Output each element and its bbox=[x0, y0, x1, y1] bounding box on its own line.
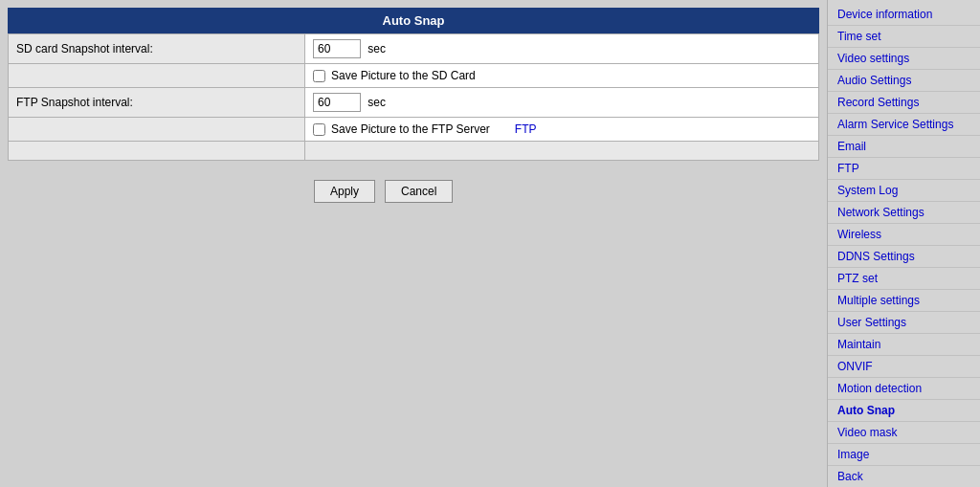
sidebar-item-wireless[interactable]: Wireless bbox=[828, 224, 980, 246]
sd-save-label: Save Picture to the SD Card bbox=[331, 69, 476, 82]
sidebar-item-user-settings[interactable]: User Settings bbox=[828, 312, 980, 334]
empty-row bbox=[9, 142, 819, 161]
sidebar-item-audio-settings[interactable]: Audio Settings bbox=[828, 70, 980, 92]
main-content: Auto Snap SD card Snapshot interval: sec… bbox=[0, 0, 827, 487]
ftp-interval-value-cell: sec bbox=[305, 88, 819, 118]
sidebar-item-time-set[interactable]: Time set bbox=[828, 26, 980, 48]
sd-checkbox-cell: Save Picture to the SD Card bbox=[305, 64, 819, 88]
sd-checkbox-row: Save Picture to the SD Card bbox=[9, 64, 819, 88]
ftp-interval-label: FTP Snapshot interval: bbox=[9, 88, 305, 118]
page-title: Auto Snap bbox=[8, 8, 819, 33]
sidebar-item-ddns-settings[interactable]: DDNS Settings bbox=[828, 246, 980, 268]
empty-cell-2 bbox=[305, 142, 819, 161]
ftp-interval-input[interactable] bbox=[313, 93, 361, 112]
sidebar-item-system-log[interactable]: System Log bbox=[828, 180, 980, 202]
sidebar-item-device-information[interactable]: Device information bbox=[828, 4, 980, 26]
sidebar: Device informationTime setVideo settings… bbox=[827, 0, 980, 487]
sidebar-item-ptz-set[interactable]: PTZ set bbox=[828, 268, 980, 290]
sidebar-item-image[interactable]: Image bbox=[828, 444, 980, 466]
sd-checkbox-empty-label bbox=[9, 64, 305, 88]
ftp-link[interactable]: FTP bbox=[515, 122, 537, 136]
button-row: Apply Cancel bbox=[8, 180, 819, 203]
apply-button[interactable]: Apply bbox=[314, 180, 375, 203]
sd-interval-input[interactable] bbox=[313, 39, 361, 58]
ftp-checkbox-row: Save Picture to the FTP Server FTP bbox=[9, 118, 819, 142]
sd-interval-value-cell: sec bbox=[305, 34, 819, 64]
settings-table: SD card Snapshot interval: sec Save Pict… bbox=[8, 33, 819, 161]
ftp-save-label: Save Picture to the FTP Server bbox=[331, 122, 490, 136]
sidebar-item-alarm-service-settings[interactable]: Alarm Service Settings bbox=[828, 114, 980, 136]
sidebar-item-email[interactable]: Email bbox=[828, 136, 980, 158]
ftp-checkbox-empty-label bbox=[9, 118, 305, 142]
sidebar-item-motion-detection[interactable]: Motion detection bbox=[828, 378, 980, 400]
cancel-button[interactable]: Cancel bbox=[385, 180, 453, 203]
ftp-checkbox-cell: Save Picture to the FTP Server FTP bbox=[305, 118, 819, 142]
sd-sec-label: sec bbox=[368, 42, 386, 55]
sidebar-item-multiple-settings[interactable]: Multiple settings bbox=[828, 290, 980, 312]
sidebar-item-onvif[interactable]: ONVIF bbox=[828, 356, 980, 378]
sidebar-item-record-settings[interactable]: Record Settings bbox=[828, 92, 980, 114]
ftp-sec-label: sec bbox=[368, 96, 386, 109]
sidebar-item-back[interactable]: Back bbox=[828, 466, 980, 487]
ftp-save-checkbox[interactable] bbox=[313, 123, 325, 136]
sidebar-item-ftp[interactable]: FTP bbox=[828, 158, 980, 180]
sd-interval-label: SD card Snapshot interval: bbox=[9, 34, 305, 64]
sd-checkbox-container: Save Picture to the SD Card bbox=[313, 69, 811, 82]
sidebar-item-video-settings[interactable]: Video settings bbox=[828, 48, 980, 70]
sidebar-item-video-mask[interactable]: Video mask bbox=[828, 422, 980, 444]
ftp-interval-row: FTP Snapshot interval: sec bbox=[9, 88, 819, 118]
ftp-checkbox-container: Save Picture to the FTP Server FTP bbox=[313, 122, 811, 136]
sidebar-item-auto-snap[interactable]: Auto Snap bbox=[828, 400, 980, 422]
sidebar-item-network-settings[interactable]: Network Settings bbox=[828, 202, 980, 224]
empty-cell-1 bbox=[9, 142, 305, 161]
sidebar-item-maintain[interactable]: Maintain bbox=[828, 334, 980, 356]
sd-save-checkbox[interactable] bbox=[313, 70, 325, 82]
sd-interval-row: SD card Snapshot interval: sec bbox=[9, 34, 819, 64]
